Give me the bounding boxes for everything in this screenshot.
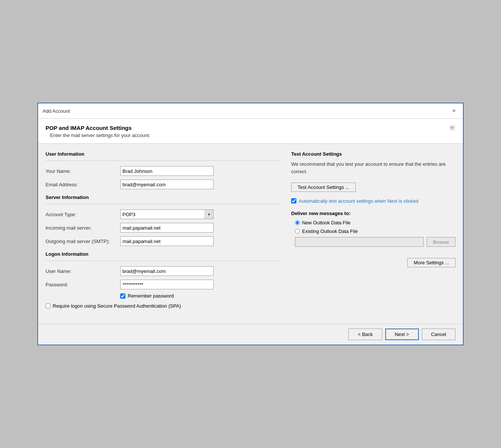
existing-outlook-radio[interactable]: [295, 229, 300, 234]
header-title: POP and IMAP Account Settings: [46, 125, 150, 131]
incoming-server-row: Incoming mail server:: [46, 223, 280, 233]
auto-test-row: Automatically test account settings when…: [291, 198, 455, 205]
spa-label: Require logon using Secure Password Auth…: [53, 303, 181, 309]
username-label: User Name:: [46, 268, 120, 274]
server-info-title: Server Information: [46, 195, 280, 200]
cursor-icon: ✳: [449, 123, 455, 133]
next-button[interactable]: Next >: [385, 329, 419, 340]
username-input[interactable]: [120, 266, 214, 276]
more-settings-button[interactable]: More Settings ...: [407, 258, 455, 267]
existing-file-row: Browse: [295, 237, 455, 247]
email-label: Email Address:: [46, 182, 120, 187]
logon-info-divider: Logon Information: [46, 251, 280, 261]
existing-outlook-label: Existing Outlook Data File: [302, 228, 358, 234]
auto-test-checkbox[interactable]: [291, 198, 296, 203]
account-type-row: Account Type: POP3 IMAP ▼: [46, 209, 280, 219]
deliver-title: Deliver new messages to:: [291, 211, 455, 216]
your-name-label: Your Name:: [46, 168, 120, 174]
incoming-server-input[interactable]: [120, 223, 214, 233]
outgoing-label: Outgoing mail server (SMTP):: [46, 239, 120, 244]
spa-checkbox[interactable]: [46, 304, 50, 308]
footer: < Back Next > Cancel: [38, 324, 463, 345]
test-account-settings-button[interactable]: Test Account Settings ...: [291, 183, 356, 192]
close-button[interactable]: ×: [449, 106, 458, 115]
user-info-title: User Information: [46, 151, 280, 157]
back-button[interactable]: < Back: [348, 329, 382, 340]
outgoing-server-input[interactable]: [120, 236, 214, 246]
remember-password-label: Remember password: [128, 293, 174, 299]
browse-button[interactable]: Browse: [427, 237, 455, 247]
header-subtitle: Enter the mail server settings for your …: [50, 133, 150, 138]
existing-outlook-row: Existing Outlook Data File: [295, 228, 455, 234]
existing-file-input[interactable]: [295, 237, 424, 247]
right-panel: Test Account Settings We recommend that …: [291, 151, 455, 309]
header-text: POP and IMAP Account Settings Enter the …: [46, 125, 150, 138]
email-row: Email Address:: [46, 180, 280, 189]
password-label: Password:: [46, 282, 120, 287]
your-name-input[interactable]: [120, 166, 214, 176]
left-panel: User Information Your Name: Email Addres…: [46, 151, 280, 309]
server-info-divider: Server Information: [46, 195, 280, 204]
new-outlook-radio[interactable]: [295, 220, 300, 225]
title-bar: Add Account ×: [38, 103, 463, 119]
spa-row: Require logon using Secure Password Auth…: [46, 303, 280, 309]
remember-password-checkbox[interactable]: [120, 293, 125, 299]
auto-test-label: Automatically test account settings when…: [299, 198, 418, 205]
cancel-button[interactable]: Cancel: [422, 329, 455, 340]
username-row: User Name:: [46, 266, 280, 276]
test-section-title: Test Account Settings: [291, 151, 455, 157]
test-description: We recommend that you test your account …: [291, 161, 455, 175]
remember-password-row: Remember password: [120, 293, 280, 299]
add-account-dialog: Add Account × POP and IMAP Account Setti…: [37, 103, 464, 345]
logon-info-title: Logon Information: [46, 251, 280, 257]
password-input[interactable]: [120, 280, 214, 289]
new-outlook-row: New Outlook Data File: [295, 220, 455, 225]
account-type-wrapper: POP3 IMAP ▼: [120, 209, 214, 219]
account-type-select[interactable]: POP3 IMAP: [120, 209, 214, 219]
dialog-title: Add Account: [43, 108, 70, 114]
password-row: Password:: [46, 280, 280, 289]
new-outlook-label: New Outlook Data File: [302, 220, 351, 225]
outgoing-server-row: Outgoing mail server (SMTP):: [46, 236, 280, 246]
main-content: User Information Your Name: Email Addres…: [38, 144, 463, 309]
more-settings-row: More Settings ...: [291, 258, 455, 267]
email-input[interactable]: [120, 180, 214, 189]
incoming-label: Incoming mail server:: [46, 225, 120, 231]
header-section: POP and IMAP Account Settings Enter the …: [38, 119, 463, 144]
your-name-row: Your Name:: [46, 166, 280, 176]
account-type-label: Account Type:: [46, 212, 120, 217]
